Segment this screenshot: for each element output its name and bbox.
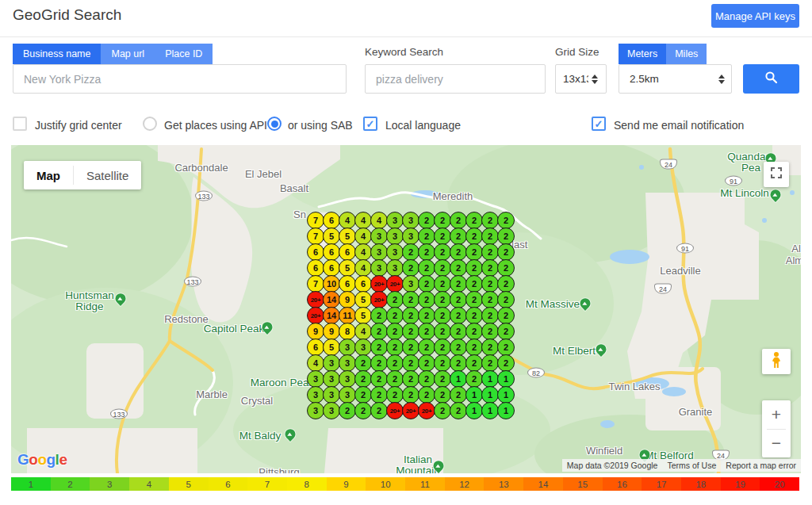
grid-result-circle[interactable]: 2 bbox=[481, 243, 499, 261]
grid-result-circle[interactable]: 2 bbox=[434, 339, 451, 356]
grid-result-circle[interactable]: 6 bbox=[339, 243, 356, 261]
satellite-view-button[interactable]: Satellite bbox=[74, 161, 141, 189]
grid-result-circle[interactable]: 2 bbox=[465, 323, 483, 340]
map-canvas[interactable]: CarbondaleEl JebelBasaltSnMeredithNastLe… bbox=[11, 145, 801, 473]
grid-result-circle[interactable]: 1 bbox=[497, 402, 515, 419]
grid-result-circle[interactable]: 3 bbox=[370, 243, 388, 261]
grid-result-circle[interactable]: 2 bbox=[497, 323, 515, 340]
grid-result-circle[interactable]: 4 bbox=[370, 212, 388, 229]
grid-result-circle[interactable]: 1 bbox=[497, 370, 515, 388]
grid-result-circle[interactable]: 3 bbox=[386, 212, 404, 229]
grid-result-circle[interactable]: 2 bbox=[450, 339, 467, 356]
grid-result-circle[interactable]: 20+ bbox=[386, 402, 404, 419]
grid-result-circle[interactable]: 2 bbox=[497, 228, 515, 245]
grid-result-circle[interactable]: 20+ bbox=[402, 402, 419, 419]
grid-result-circle[interactable]: 2 bbox=[450, 228, 467, 245]
grid-result-circle[interactable]: 2 bbox=[497, 307, 515, 324]
grid-result-circle[interactable]: 11 bbox=[339, 307, 356, 324]
tab-meters[interactable]: Meters bbox=[619, 44, 666, 64]
grid-result-circle[interactable]: 4 bbox=[307, 354, 324, 372]
grid-result-circle[interactable]: 3 bbox=[386, 259, 404, 277]
grid-result-circle[interactable]: 2 bbox=[450, 259, 467, 277]
grid-result-circle[interactable]: 2 bbox=[434, 259, 451, 277]
grid-result-circle[interactable]: 2 bbox=[354, 386, 372, 404]
grid-result-circle[interactable]: 2 bbox=[465, 275, 483, 293]
grid-result-circle[interactable]: 3 bbox=[339, 339, 356, 356]
grid-result-circle[interactable]: 1 bbox=[465, 386, 483, 404]
grid-result-circle[interactable]: 2 bbox=[354, 402, 372, 419]
grid-result-circle[interactable]: 6 bbox=[323, 243, 340, 261]
grid-result-circle[interactable]: 4 bbox=[354, 259, 372, 277]
grid-result-circle[interactable]: 14 bbox=[323, 291, 340, 308]
grid-size-select[interactable]: 13x13 bbox=[555, 64, 607, 94]
grid-result-circle[interactable]: 2 bbox=[434, 228, 451, 245]
grid-result-circle[interactable]: 3 bbox=[339, 370, 356, 388]
grid-result-circle[interactable]: 2 bbox=[418, 212, 435, 229]
grid-result-circle[interactable]: 7 bbox=[307, 275, 324, 293]
local-language-checkbox[interactable]: ✓ bbox=[363, 117, 377, 131]
grid-result-circle[interactable]: 3 bbox=[402, 275, 419, 293]
grid-result-circle[interactable]: 7 bbox=[307, 228, 324, 245]
tab-place-id[interactable]: Place ID bbox=[155, 44, 213, 64]
grid-result-circle[interactable]: 5 bbox=[323, 339, 340, 356]
map-view-button[interactable]: Map bbox=[24, 161, 73, 189]
grid-result-circle[interactable]: 6 bbox=[339, 275, 356, 293]
grid-result-circle[interactable]: 3 bbox=[307, 402, 324, 419]
grid-result-circle[interactable]: 5 bbox=[354, 291, 372, 308]
grid-result-circle[interactable]: 2 bbox=[434, 354, 451, 372]
grid-result-circle[interactable]: 2 bbox=[418, 243, 435, 261]
grid-result-circle[interactable]: 2 bbox=[402, 259, 419, 277]
grid-result-circle[interactable]: 2 bbox=[481, 291, 499, 308]
grid-result-circle[interactable]: 5 bbox=[339, 259, 356, 277]
grid-result-circle[interactable]: 7 bbox=[307, 212, 324, 229]
grid-result-circle[interactable]: 1 bbox=[481, 370, 499, 388]
grid-result-circle[interactable]: 2 bbox=[418, 259, 435, 277]
grid-result-circle[interactable]: 2 bbox=[481, 339, 499, 356]
grid-result-circle[interactable]: 2 bbox=[450, 275, 467, 293]
grid-result-circle[interactable]: 2 bbox=[497, 339, 515, 356]
grid-result-circle[interactable]: 2 bbox=[434, 291, 451, 308]
grid-result-circle[interactable]: 5 bbox=[339, 228, 356, 245]
grid-result-circle[interactable]: 2 bbox=[450, 212, 467, 229]
grid-result-circle[interactable]: 3 bbox=[370, 228, 388, 245]
grid-result-circle[interactable]: 2 bbox=[418, 228, 435, 245]
grid-result-circle[interactable]: 2 bbox=[465, 259, 483, 277]
grid-result-circle[interactable]: 2 bbox=[434, 402, 451, 419]
grid-result-circle[interactable]: 2 bbox=[465, 291, 483, 308]
grid-result-circle[interactable]: 3 bbox=[323, 386, 340, 404]
grid-result-circle[interactable]: 1 bbox=[481, 402, 499, 419]
grid-result-circle[interactable]: 2 bbox=[497, 354, 515, 372]
grid-result-circle[interactable]: 2 bbox=[497, 275, 515, 293]
grid-result-circle[interactable]: 2 bbox=[370, 339, 388, 356]
grid-result-circle[interactable]: 20+ bbox=[370, 275, 388, 293]
grid-result-circle[interactable]: 2 bbox=[386, 386, 404, 404]
grid-result-circle[interactable]: 2 bbox=[434, 275, 451, 293]
grid-result-circle[interactable]: 5 bbox=[323, 228, 340, 245]
grid-result-circle[interactable]: 2 bbox=[402, 370, 419, 388]
grid-result-circle[interactable]: 2 bbox=[339, 402, 356, 419]
grid-result-circle[interactable]: 2 bbox=[370, 386, 388, 404]
grid-result-circle[interactable]: 2 bbox=[497, 243, 515, 261]
grid-result-circle[interactable]: 20+ bbox=[307, 291, 324, 308]
grid-result-circle[interactable]: 1 bbox=[497, 386, 515, 404]
grid-result-circle[interactable]: 2 bbox=[418, 354, 435, 372]
grid-result-circle[interactable]: 2 bbox=[497, 259, 515, 277]
grid-result-circle[interactable]: 2 bbox=[434, 243, 451, 261]
grid-result-circle[interactable]: 9 bbox=[339, 291, 356, 308]
zoom-out-button[interactable]: − bbox=[762, 430, 791, 458]
grid-result-circle[interactable]: 2 bbox=[465, 307, 483, 324]
using-sab-radio[interactable] bbox=[267, 117, 282, 131]
grid-result-circle[interactable]: 9 bbox=[307, 323, 324, 340]
street-view-pegman-button[interactable] bbox=[762, 349, 791, 374]
grid-result-circle[interactable]: 2 bbox=[402, 291, 419, 308]
grid-result-circle[interactable]: 2 bbox=[402, 307, 419, 324]
grid-result-circle[interactable]: 20+ bbox=[386, 275, 404, 293]
business-name-input[interactable] bbox=[13, 64, 347, 94]
grid-result-circle[interactable]: 2 bbox=[450, 307, 467, 324]
grid-result-circle[interactable]: 5 bbox=[354, 307, 372, 324]
grid-result-circle[interactable]: 3 bbox=[402, 212, 419, 229]
grid-result-circle[interactable]: 4 bbox=[354, 243, 372, 261]
grid-result-circle[interactable]: 2 bbox=[481, 323, 499, 340]
grid-result-circle[interactable]: 3 bbox=[339, 354, 356, 372]
grid-result-circle[interactable]: 2 bbox=[465, 228, 483, 245]
